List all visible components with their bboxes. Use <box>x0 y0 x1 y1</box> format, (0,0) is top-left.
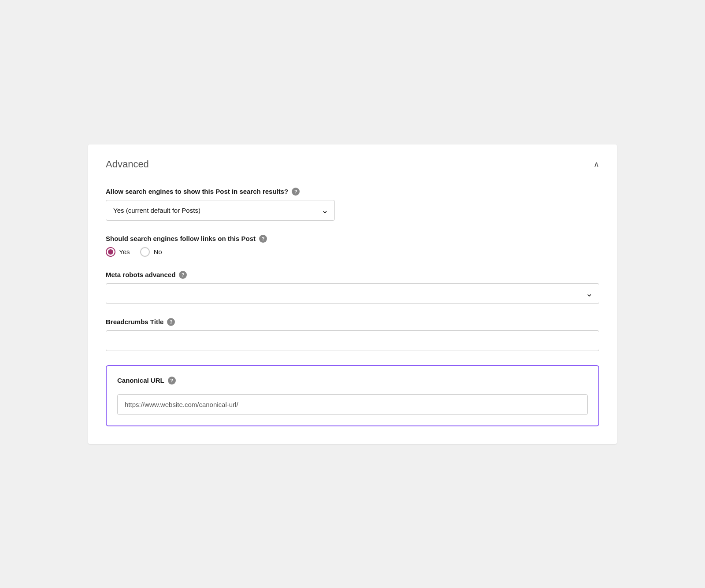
search-visibility-select-wrapper: Yes (current default for Posts) No ⌄ <box>106 200 335 221</box>
follow-links-yes-label: Yes <box>119 248 130 255</box>
follow-links-yes-radio-inner <box>108 249 113 255</box>
advanced-panel: Advanced ∧ Allow search engines to show … <box>88 144 617 444</box>
follow-links-yes-option[interactable]: Yes <box>106 247 130 257</box>
breadcrumbs-title-label: Breadcrumbs Title ? <box>106 318 599 326</box>
panel-title: Advanced <box>106 159 149 170</box>
follow-links-no-label: No <box>153 248 162 255</box>
breadcrumbs-title-help-icon[interactable]: ? <box>167 318 175 326</box>
breadcrumbs-title-section: Breadcrumbs Title ? <box>106 318 599 351</box>
meta-robots-select[interactable]: noindex nofollow noarchive noimageindex <box>106 283 599 304</box>
follow-links-section: Should search engines follow links on th… <box>106 235 599 257</box>
search-visibility-help-icon[interactable]: ? <box>292 188 300 196</box>
meta-robots-label: Meta robots advanced ? <box>106 271 599 279</box>
collapse-icon[interactable]: ∧ <box>594 159 599 169</box>
meta-robots-help-icon[interactable]: ? <box>179 271 187 279</box>
search-visibility-select[interactable]: Yes (current default for Posts) No <box>106 200 335 221</box>
panel-header: Advanced ∧ <box>106 159 599 174</box>
breadcrumbs-title-input[interactable] <box>106 330 599 351</box>
follow-links-label: Should search engines follow links on th… <box>106 235 599 243</box>
meta-robots-section: Meta robots advanced ? noindex nofollow … <box>106 271 599 304</box>
follow-links-no-option[interactable]: No <box>140 247 162 257</box>
follow-links-radio-group: Yes No <box>106 247 599 257</box>
search-visibility-section: Allow search engines to show this Post i… <box>106 188 599 221</box>
follow-links-help-icon[interactable]: ? <box>259 235 267 243</box>
meta-robots-select-wrapper: noindex nofollow noarchive noimageindex … <box>106 283 599 304</box>
canonical-url-label: Canonical URL ? <box>117 377 588 385</box>
search-visibility-label: Allow search engines to show this Post i… <box>106 188 599 196</box>
canonical-url-section: Canonical URL ? <box>106 365 599 426</box>
canonical-url-help-icon[interactable]: ? <box>168 377 176 385</box>
follow-links-no-radio[interactable] <box>140 247 150 257</box>
follow-links-yes-radio[interactable] <box>106 247 115 257</box>
canonical-url-input[interactable] <box>117 394 588 415</box>
